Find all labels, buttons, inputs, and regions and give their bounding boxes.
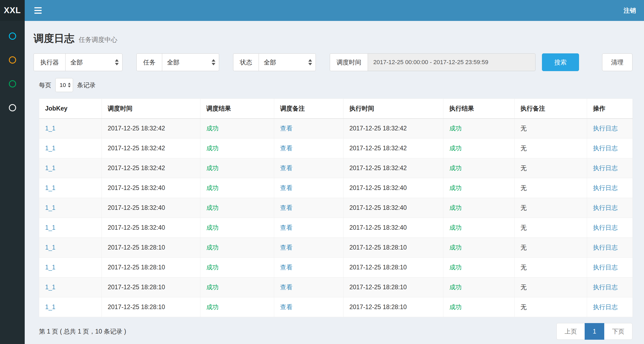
pagesize-suffix-label: 条记录 [77,81,96,89]
job-select[interactable]: 全部 [162,53,219,71]
trigger-time-cell: 2017-12-25 18:28:10 [102,238,200,258]
table-row: 1_1 2017-12-25 18:32:42 成功 查看 2017-12-25… [39,158,633,178]
action-cell: 执行日志 [587,297,633,317]
exec-log-link[interactable]: 执行日志 [593,184,618,191]
trigger-msg-cell: 查看 [274,158,343,178]
pagesize-select[interactable]: 10 [55,78,73,92]
next-page-button[interactable]: 下页 [604,323,632,340]
executor-select[interactable]: 全部 [65,53,122,71]
trigger-msg-cell: 查看 [274,218,343,238]
jobkey-link[interactable]: 1_1 [45,145,55,152]
handle-msg-cell: 无 [515,178,587,198]
exec-log-link[interactable]: 执行日志 [593,164,618,171]
jobkey-link[interactable]: 1_1 [45,244,55,251]
trigger-msg-cell: 查看 [274,138,343,158]
col-header-jobkey: JobKey [39,99,102,119]
sidebar-item-3[interactable] [0,72,25,96]
exec-log-link[interactable]: 执行日志 [593,204,618,211]
sidebar-item-1[interactable] [0,24,25,48]
jobkey-cell: 1_1 [39,218,102,238]
table-row: 1_1 2017-12-25 18:28:10 成功 查看 2017-12-25… [39,277,633,297]
table-row: 1_1 2017-12-25 18:32:40 成功 查看 2017-12-25… [39,178,633,198]
trigger-msg-link[interactable]: 查看 [280,164,292,171]
trigger-msg-cell: 查看 [274,297,343,317]
handle-result-cell: 成功 [443,297,515,317]
exec-log-link[interactable]: 执行日志 [593,303,618,310]
handle-result-text: 成功 [449,303,462,310]
sidebar-toggle-icon[interactable] [34,6,42,15]
trigger-time-cell: 2017-12-25 18:32:42 [102,119,200,138]
trigger-msg-link[interactable]: 查看 [280,264,292,271]
status-filter-group: 状态 全部 [233,53,316,71]
app-logo[interactable]: XXL [0,0,25,21]
current-page-button[interactable]: 1 [585,323,604,340]
trigger-msg-link[interactable]: 查看 [280,125,292,132]
jobkey-cell: 1_1 [39,119,102,138]
navbar-main: 注销 [25,0,644,21]
handle-msg-cell: 无 [515,119,587,138]
trigger-msg-link[interactable]: 查看 [280,184,292,191]
trigger-msg-link[interactable]: 查看 [280,303,292,310]
job-select-value: 全部 [167,58,179,67]
jobkey-cell: 1_1 [39,138,102,158]
jobkey-link[interactable]: 1_1 [45,164,55,171]
table-row: 1_1 2017-12-25 18:32:40 成功 查看 2017-12-25… [39,198,633,218]
trigger-msg-cell: 查看 [274,119,343,138]
prev-page-button[interactable]: 上页 [556,323,585,340]
logout-link[interactable]: 注销 [624,6,636,15]
top-navbar: XXL 注销 [0,0,644,21]
circle-outline-icon [9,32,16,40]
handle-time-cell: 2017-12-25 18:28:10 [343,277,443,297]
handle-time-cell: 2017-12-25 18:28:10 [343,258,443,277]
time-filter-label: 调度时间 [330,53,368,71]
time-range-input[interactable]: 2017-12-25 00:00:00 - 2017-12-25 23:59:5… [368,53,536,71]
select-arrows-icon [308,59,312,65]
jobkey-link[interactable]: 1_1 [45,303,55,310]
jobkey-link[interactable]: 1_1 [45,224,55,231]
exec-log-link[interactable]: 执行日志 [593,284,618,291]
exec-log-link[interactable]: 执行日志 [593,145,618,152]
handle-result-cell: 成功 [443,198,515,218]
trigger-msg-link[interactable]: 查看 [280,204,292,211]
exec-log-link[interactable]: 执行日志 [593,125,618,132]
action-cell: 执行日志 [587,277,633,297]
trigger-result-text: 成功 [206,204,219,211]
page-title: 调度日志 [34,32,74,45]
exec-log-link[interactable]: 执行日志 [593,224,618,231]
trigger-time-cell: 2017-12-25 18:28:10 [102,297,200,317]
col-header-action: 操作 [587,99,633,119]
trigger-msg-cell: 查看 [274,277,343,297]
sidebar-item-2[interactable] [0,48,25,72]
trigger-result-text: 成功 [206,224,219,231]
trigger-msg-link[interactable]: 查看 [280,224,292,231]
jobkey-link[interactable]: 1_1 [45,125,55,132]
status-select[interactable]: 全部 [259,53,316,71]
sidebar-item-4[interactable] [0,96,25,120]
clear-button[interactable]: 清理 [602,53,632,71]
trigger-msg-cell: 查看 [274,258,343,277]
handle-result-cell: 成功 [443,218,515,238]
trigger-time-cell: 2017-12-25 18:32:42 [102,158,200,178]
jobkey-link[interactable]: 1_1 [45,284,55,291]
log-table-body: 1_1 2017-12-25 18:32:42 成功 查看 2017-12-25… [39,119,633,317]
exec-log-link[interactable]: 执行日志 [593,244,618,251]
jobkey-link[interactable]: 1_1 [45,184,55,191]
jobkey-link[interactable]: 1_1 [45,204,55,211]
trigger-time-cell: 2017-12-25 18:28:10 [102,258,200,277]
col-header-handle-time: 执行时间 [343,99,443,119]
trigger-msg-link[interactable]: 查看 [280,145,292,152]
exec-log-link[interactable]: 执行日志 [593,264,618,271]
trigger-msg-link[interactable]: 查看 [280,284,292,291]
jobkey-link[interactable]: 1_1 [45,264,55,271]
executor-select-value: 全部 [70,58,83,67]
handle-msg-cell: 无 [515,297,587,317]
trigger-result-text: 成功 [206,164,219,171]
jobkey-cell: 1_1 [39,277,102,297]
trigger-result-text: 成功 [206,125,219,132]
handle-result-text: 成功 [449,204,462,211]
table-row: 1_1 2017-12-25 18:32:42 成功 查看 2017-12-25… [39,119,633,138]
trigger-msg-link[interactable]: 查看 [280,244,292,251]
table-row: 1_1 2017-12-25 18:32:40 成功 查看 2017-12-25… [39,218,633,238]
status-filter-label: 状态 [233,53,259,71]
search-button[interactable]: 搜索 [542,53,579,71]
